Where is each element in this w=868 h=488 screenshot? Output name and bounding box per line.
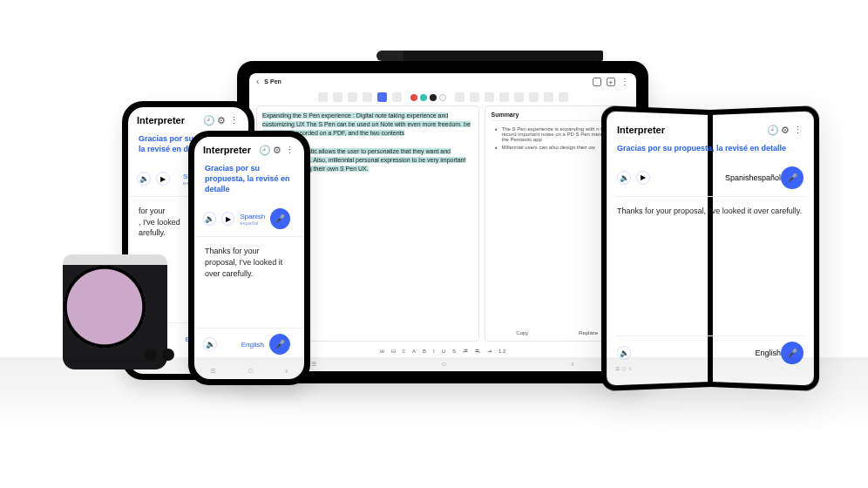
play-icon[interactable] (156, 172, 170, 186)
more-icon[interactable]: ⋮ (227, 114, 240, 126)
tool-pen[interactable] (318, 92, 328, 102)
color-add[interactable] (439, 94, 446, 101)
color-black[interactable] (430, 94, 437, 101)
fmt-i[interactable]: 1.2 (498, 349, 505, 354)
more-icon[interactable]: ⋮ (283, 144, 295, 156)
speaker-icon[interactable] (203, 212, 216, 226)
fmt-i[interactable]: U (442, 349, 445, 354)
tool-f[interactable] (529, 92, 539, 102)
doc-title: S Pen (264, 78, 281, 85)
tool-eraser[interactable] (348, 92, 357, 102)
doc-text-1: Expanding the S Pen experience : Digital… (262, 112, 464, 127)
tool-attach[interactable] (392, 92, 402, 102)
source-text: Gracias por su propuesta, la revisé en d… (194, 159, 304, 203)
phone-device-2: Interpreter ⋮ Gracias por su propuesta, … (188, 131, 310, 385)
app-title: Interpreter (137, 115, 185, 125)
nav-home-icon[interactable]: ○ (441, 359, 446, 369)
fmt-i[interactable]: ⇥ (487, 348, 492, 354)
mic-button[interactable] (270, 208, 290, 229)
flip-device (63, 254, 167, 369)
speaker-icon[interactable] (203, 337, 217, 351)
back-icon[interactable]: ‹ (256, 77, 259, 86)
fmt-i[interactable]: ≡ (403, 349, 406, 354)
fmt-i[interactable]: B (423, 349, 426, 354)
history-icon[interactable] (203, 114, 215, 126)
fmt-i[interactable]: A (412, 349, 416, 354)
fmt-i[interactable]: ≕ (475, 348, 480, 354)
target-text: Thanks for your proposal, I've looked it… (194, 237, 304, 288)
app-title: Interpreter (203, 145, 251, 155)
replace-button[interactable]: Replace (579, 330, 598, 336)
tool-e[interactable] (514, 92, 524, 102)
settings-icon[interactable] (215, 114, 227, 126)
tool-d[interactable] (499, 92, 509, 102)
tablet-titlebar: ‹ S Pen (249, 73, 636, 90)
expand-icon[interactable] (593, 78, 601, 86)
color-red[interactable] (410, 94, 417, 101)
s-pen (376, 51, 603, 61)
tool-highlighter[interactable] (333, 92, 342, 102)
pen-toolbar (249, 90, 636, 105)
mic-button[interactable] (269, 334, 290, 355)
play-icon[interactable] (221, 212, 234, 226)
settings-icon[interactable] (271, 144, 283, 156)
tool-select[interactable] (363, 92, 372, 102)
src-lang[interactable]: Spanishespañol (240, 213, 265, 226)
color-teal[interactable] (420, 94, 427, 101)
fmt-i[interactable]: ⊞ (380, 348, 384, 354)
tool-text[interactable] (377, 92, 387, 102)
fmt-i[interactable]: S (452, 349, 456, 354)
nav-recent-icon[interactable]: ≡ (210, 365, 215, 376)
fmt-i[interactable]: I (433, 349, 435, 354)
copy-button[interactable]: Copy (516, 330, 528, 336)
tool-c[interactable] (485, 92, 494, 102)
nav-back-icon[interactable]: ‹ (285, 365, 288, 376)
speaker-icon[interactable] (137, 172, 151, 186)
nav-recent-icon[interactable]: ≡ (311, 359, 316, 369)
tool-b[interactable] (470, 92, 479, 102)
fmt-i[interactable]: ⊟ (391, 348, 396, 354)
history-icon[interactable] (259, 144, 271, 156)
nav-home-icon[interactable]: ○ (248, 365, 254, 376)
tool-h[interactable] (559, 92, 568, 102)
fmt-i[interactable]: ≔ (463, 348, 468, 354)
tool-g[interactable] (544, 92, 553, 102)
more-icon[interactable] (620, 77, 629, 86)
nav-back-icon[interactable]: ‹ (571, 359, 573, 369)
dst-lang[interactable]: English (241, 341, 264, 349)
camera-lens (145, 349, 157, 361)
fold-device: Interpreter ⋮ Gracias por su propuesta, … (601, 110, 819, 387)
tool-a[interactable] (455, 92, 465, 102)
add-icon[interactable] (607, 78, 615, 86)
